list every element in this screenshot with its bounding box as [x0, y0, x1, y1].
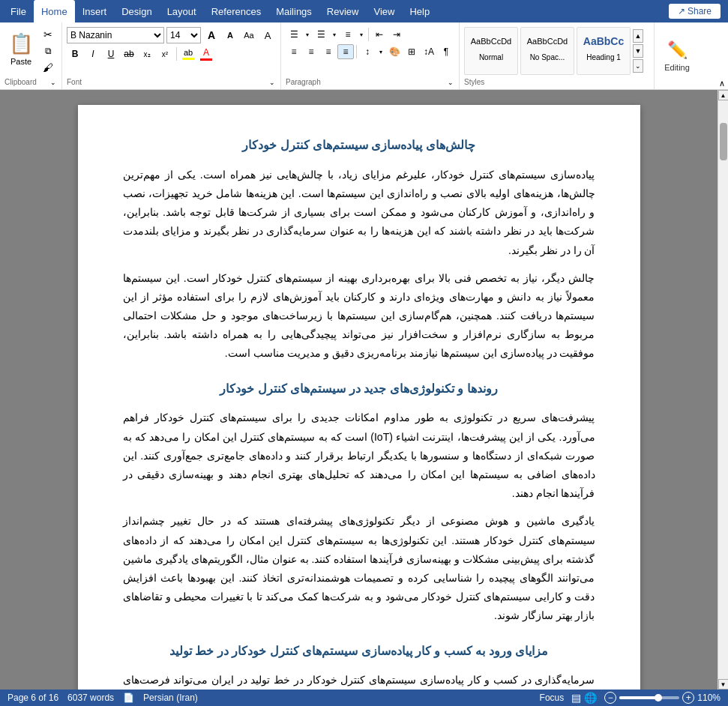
change-case-button[interactable]: Aa — [241, 27, 257, 43]
zoom-out-button[interactable]: − — [604, 692, 616, 704]
page-count: Page 6 of 16 — [7, 693, 58, 703]
superscript-button[interactable]: x² — [157, 46, 173, 62]
web-layout-button[interactable]: 🌐 — [584, 692, 597, 704]
tab-design[interactable]: Design — [114, 0, 159, 22]
document-page: چالش‌های پیاده‌سازی سیستم‌های کنترل خودک… — [78, 105, 640, 690]
zoom-slider-track[interactable] — [619, 696, 679, 699]
status-bar: Page 6 of 16 6037 words 📄 Persian (Iran)… — [0, 690, 728, 706]
share-button[interactable]: ↗ Share — [669, 4, 721, 19]
line-spacing-button[interactable]: ↕ — [359, 44, 376, 59]
section-title-2: روندها و تکنولوژی‌های جدید در سیستم‌های … — [123, 378, 595, 400]
paragraph-group-label: Paragraph — [286, 78, 321, 86]
tab-help[interactable]: Help — [402, 0, 437, 22]
tab-view[interactable]: View — [366, 0, 402, 22]
scroll-up-button[interactable]: ▲ — [718, 90, 729, 100]
grow-font-button[interactable]: A — [203, 27, 220, 43]
italic-button[interactable]: I — [85, 46, 101, 62]
zoom-in-button[interactable]: + — [682, 692, 694, 704]
font-family-select[interactable]: B Nazanin — [67, 27, 164, 43]
scroll-track — [718, 100, 729, 679]
zoom-level: 110% — [697, 693, 721, 703]
section-2-para-1: پیشرفت‌های سریع در تکنولوژی به طور مداوم… — [123, 408, 595, 503]
tab-home[interactable]: Home — [34, 0, 75, 22]
scroll-thumb[interactable] — [720, 123, 727, 160]
section-title-1: چالش‌های پیاده‌سازی سیستم‌های کنترل خودک… — [123, 135, 595, 157]
tab-layout[interactable]: Layout — [160, 0, 204, 22]
para-row-1: ☰ ▾ ☰ ▾ ≡ ▾ ⇤ ⇥ — [286, 27, 454, 42]
highlight-button[interactable]: ab — [180, 46, 196, 62]
print-layout-button[interactable]: ▤ — [571, 692, 581, 704]
border-button[interactable]: ⊞ — [403, 44, 420, 59]
styles-group: AaBbCcDd Normal AaBbCcDd No Spac... AaBb… — [460, 22, 655, 89]
styles-scroll-down-button[interactable]: ▼ — [633, 44, 643, 58]
editing-icon: ✏️ — [667, 40, 688, 60]
para-row-2: ≡ ≡ ≡ ≡ ↕ ▾ 🎨 ⊞ ↕A ¶ — [286, 44, 454, 59]
section-1-para-1: پیاده‌سازی سیستم‌های کنترل خودکار، علیرغ… — [123, 166, 595, 260]
strikethrough-button[interactable]: ab — [121, 46, 137, 62]
numbered-list-button[interactable]: ☰ — [313, 27, 329, 42]
font-expand-button[interactable]: ⌄ — [268, 79, 276, 86]
font-color-button[interactable]: A — [198, 46, 214, 62]
tab-mailings[interactable]: Mailings — [268, 0, 319, 22]
shrink-font-button[interactable]: A — [222, 27, 238, 43]
bullet-list-arrow[interactable]: ▾ — [303, 27, 312, 42]
paste-button[interactable]: 📋 Paste — [4, 27, 37, 70]
sort-button[interactable]: ↕A — [421, 44, 437, 59]
styles-group-label: Styles — [464, 78, 484, 86]
clipboard-expand-button[interactable]: ⌄ — [49, 79, 57, 86]
clipboard-label: Clipboard — [4, 78, 37, 86]
underline-button[interactable]: U — [103, 46, 119, 62]
font-size-select[interactable]: 14 — [166, 27, 201, 43]
align-right-button[interactable]: ≡ — [320, 44, 337, 59]
word-count: 6037 words — [67, 693, 114, 703]
editing-label: Editing — [664, 63, 690, 72]
scroll-down-button[interactable]: ▼ — [718, 679, 729, 690]
focus-button[interactable]: Focus — [540, 693, 565, 703]
font-row-2: B I U ab x₂ x² ab A — [67, 46, 276, 62]
bullet-list-button[interactable]: ☰ — [286, 27, 302, 42]
font-group-label: Font — [67, 78, 82, 86]
zoom-controls: − + 110% — [604, 692, 721, 704]
section-2-para-2: یادگیری ماشین و هوش مصنوعی از دیگر تکنول… — [123, 512, 595, 625]
show-formatting-button[interactable]: ¶ — [438, 44, 454, 59]
styles-scroll-up-button[interactable]: ▲ — [633, 29, 643, 43]
tab-file[interactable]: File — [3, 0, 34, 22]
shading-button[interactable]: 🎨 — [386, 44, 403, 59]
cut-button[interactable]: ✂ — [39, 27, 57, 42]
language: Persian (Iran) — [143, 693, 198, 703]
tab-review[interactable]: Review — [319, 0, 367, 22]
paragraph-group: ☰ ▾ ☰ ▾ ≡ ▾ ⇤ ⇥ ≡ ≡ ≡ ≡ ↕ ▾ 🎨 ⊞ — [281, 22, 460, 89]
style-heading1[interactable]: AaBbCc Heading 1 — [577, 27, 631, 75]
subscript-button[interactable]: x₂ — [139, 46, 155, 62]
section-1-para-2: چالش دیگر، نیاز به تخصص فنی بالا برای به… — [123, 269, 595, 363]
style-normal[interactable]: AaBbCcDd Normal — [464, 27, 518, 75]
clipboard-group: 📋 Paste ✂ ⧉ 🖌 Clipboard ⌄ — [0, 22, 62, 89]
format-painter-button[interactable]: 🖌 — [39, 60, 57, 75]
clear-format-button[interactable]: A — [259, 27, 276, 43]
numbered-list-arrow[interactable]: ▾ — [330, 27, 339, 42]
align-center-button[interactable]: ≡ — [303, 44, 319, 59]
decrease-indent-button[interactable]: ⇤ — [371, 27, 388, 42]
tab-insert[interactable]: Insert — [75, 0, 115, 22]
style-no-spacing[interactable]: AaBbCcDd No Spac... — [520, 27, 574, 75]
line-spacing-arrow[interactable]: ▾ — [376, 44, 385, 59]
view-buttons: ▤ 🌐 — [571, 692, 597, 704]
justify-button[interactable]: ≡ — [337, 44, 354, 59]
align-left-button[interactable]: ≡ — [286, 44, 302, 59]
share-icon: ↗ — [678, 6, 685, 16]
word-count-icon: 📄 — [123, 693, 134, 703]
multilevel-list-arrow[interactable]: ▾ — [357, 27, 366, 42]
tab-references[interactable]: References — [204, 0, 268, 22]
collapse-ribbon-button[interactable]: ∧ — [716, 77, 728, 89]
editing-panel[interactable]: ✏️ Editing — [655, 22, 700, 89]
paragraph-expand-button[interactable]: ⌄ — [447, 79, 454, 86]
document-container: چالش‌های پیاده‌سازی سیستم‌های کنترل خودک… — [0, 90, 718, 690]
increase-indent-button[interactable]: ⇥ — [388, 27, 405, 42]
styles-expand-button[interactable]: ⌄ — [633, 59, 643, 73]
multilevel-list-button[interactable]: ≡ — [340, 27, 356, 42]
vertical-scrollbar[interactable]: ▲ ▼ — [718, 90, 728, 690]
bold-button[interactable]: B — [67, 46, 83, 62]
paste-icon: 📋 — [9, 32, 33, 55]
copy-button[interactable]: ⧉ — [39, 43, 57, 58]
section-3-para-1: سرمایه‌گذاری در کسب و کار پیاده‌سازی سیس… — [123, 671, 595, 690]
